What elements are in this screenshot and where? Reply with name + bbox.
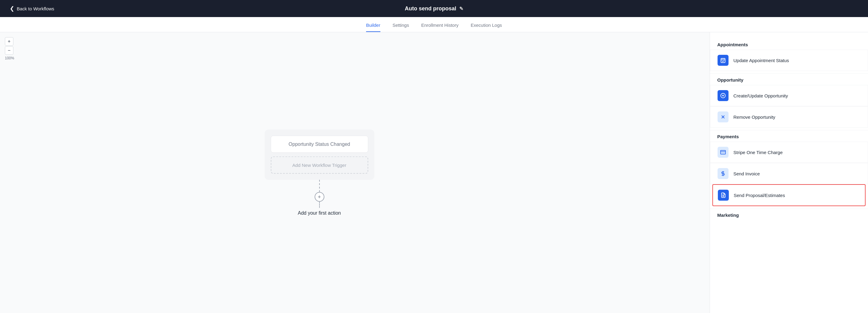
- remove-opportunity-label: Remove Opportunity: [733, 115, 775, 120]
- workflow-title: Auto send proposal ✎: [405, 5, 463, 12]
- right-sidebar: Appointments Update Appointment Status O…: [710, 32, 868, 313]
- svg-rect-0: [721, 59, 725, 63]
- workflow-canvas-area: + − 100% Opportunity Status Changed Add …: [0, 32, 710, 313]
- create-opportunity-label: Create/Update Opportunity: [733, 93, 788, 98]
- zoom-level-label: 100%: [5, 56, 14, 60]
- connector: +: [315, 180, 324, 208]
- send-invoice-icon: [717, 168, 728, 179]
- stripe-charge-label: Stripe One Time Charge: [733, 150, 783, 155]
- stripe-charge-icon: [717, 147, 728, 158]
- back-arrow-icon: ❮: [10, 5, 14, 12]
- tab-enrollment-history[interactable]: Enrollment History: [421, 23, 459, 32]
- tab-builder[interactable]: Builder: [366, 23, 380, 32]
- update-appointment-icon: [717, 55, 728, 66]
- action-stripe-charge[interactable]: Stripe One Time Charge: [710, 142, 868, 163]
- sidebar-section-appointments: Appointments Update Appointment Status: [710, 39, 868, 71]
- zoom-controls: + − 100%: [5, 37, 14, 60]
- sidebar-section-marketing: Marketing: [710, 210, 868, 220]
- connector-line-top: [319, 180, 320, 192]
- trigger-area: Opportunity Status Changed Add New Workf…: [265, 130, 374, 180]
- action-remove-opportunity[interactable]: Remove Opportunity: [710, 106, 868, 128]
- tab-execution-logs[interactable]: Execution Logs: [470, 23, 502, 32]
- tabs-bar: Builder Settings Enrollment History Exec…: [0, 17, 868, 32]
- add-first-action-label: Add your first action: [298, 210, 341, 216]
- section-title-opportunity: Opportunity: [710, 75, 868, 85]
- top-nav: ❮ Back to Workflows Auto send proposal ✎: [0, 0, 868, 17]
- update-appointment-label: Update Appointment Status: [733, 58, 789, 63]
- send-proposal-label: Send Proposal/Estimates: [734, 193, 785, 198]
- action-update-appointment-status[interactable]: Update Appointment Status: [710, 50, 868, 71]
- section-title-payments: Payments: [710, 131, 868, 142]
- create-opportunity-icon: [717, 90, 728, 101]
- divider-1: [710, 73, 868, 74]
- section-title-marketing: Marketing: [710, 210, 868, 220]
- divider-2: [710, 130, 868, 130]
- zoom-out-button[interactable]: −: [5, 46, 13, 55]
- section-title-appointments: Appointments: [710, 39, 868, 50]
- add-workflow-trigger-button[interactable]: Add New Workflow Trigger: [271, 156, 368, 174]
- edit-title-icon[interactable]: ✎: [459, 6, 463, 11]
- action-create-update-opportunity[interactable]: Create/Update Opportunity: [710, 85, 868, 106]
- add-action-button[interactable]: +: [315, 192, 324, 202]
- action-send-invoice[interactable]: Send Invoice: [710, 163, 868, 184]
- svg-rect-9: [721, 150, 726, 154]
- action-send-proposal[interactable]: Send Proposal/Estimates: [712, 184, 866, 206]
- back-to-workflows-button[interactable]: ❮ Back to Workflows: [10, 5, 54, 12]
- send-proposal-icon: [718, 190, 729, 201]
- zoom-in-button[interactable]: +: [5, 37, 13, 46]
- trigger-status-changed[interactable]: Opportunity Status Changed: [271, 136, 368, 153]
- divider-3: [710, 209, 868, 209]
- send-invoice-label: Send Invoice: [733, 171, 760, 176]
- sidebar-section-payments: Payments Stripe One Time Charge Send Inv…: [710, 131, 868, 206]
- remove-opportunity-icon: [717, 112, 728, 122]
- main-layout: + − 100% Opportunity Status Changed Add …: [0, 32, 868, 313]
- tab-settings[interactable]: Settings: [393, 23, 409, 32]
- connector-line-bottom: [319, 202, 320, 208]
- title-text: Auto send proposal: [405, 5, 456, 12]
- workflow-nodes: Opportunity Status Changed Add New Workf…: [265, 130, 374, 216]
- back-label: Back to Workflows: [17, 6, 54, 11]
- sidebar-section-opportunity: Opportunity Create/Update Opportunity Re…: [710, 75, 868, 128]
